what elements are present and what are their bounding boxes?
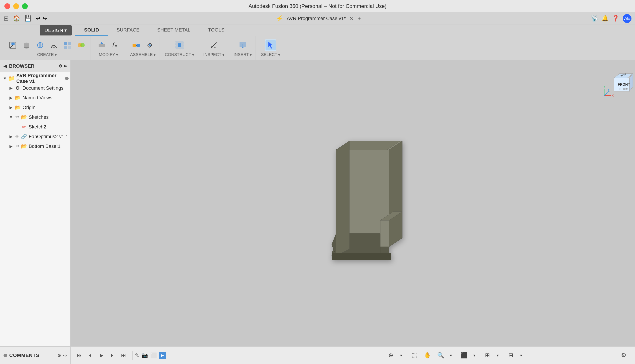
bottom-view-controls: ⊕ ▾ ⬚ ✋ 🔍 ▾ ⬛ ▾ ⊞ ▾ ⊟ ▾ ⚙ bbox=[379, 350, 635, 360]
zoom-icon[interactable]: 🔍 bbox=[436, 350, 446, 360]
close-button[interactable] bbox=[5, 3, 10, 9]
settings-button[interactable]: ⚙ bbox=[619, 350, 628, 360]
root-label: AVR Programmer Case v1 bbox=[16, 73, 64, 84]
tree-item-doc-settings[interactable]: ▶ ⚙ Document Settings bbox=[0, 83, 70, 93]
joint-icon[interactable] bbox=[144, 40, 155, 51]
pan-icon[interactable]: ✋ bbox=[423, 350, 432, 360]
maximize-button[interactable] bbox=[22, 3, 28, 9]
home-icon[interactable]: 🏠 bbox=[13, 15, 20, 22]
sketch-icon[interactable] bbox=[7, 40, 19, 51]
timeline-area[interactable]: ✎ 📷 ⬜ ▶ bbox=[133, 346, 379, 364]
bottom-toolbar: COMMENTS ⚙ ⇔ ⏮ ⏴ ▶ ⏵ ⏭ ✎ 📷 ⬜ ▶ ⊕ ▾ ⬚ ✋ 🔍… bbox=[0, 346, 635, 364]
sketches-eye[interactable]: 👁 bbox=[14, 114, 20, 120]
grid-dropdown[interactable]: ▾ bbox=[493, 350, 502, 360]
modify-label[interactable]: MODIFY ▾ bbox=[99, 52, 118, 57]
edit-history-icon[interactable]: ✎ bbox=[135, 352, 139, 358]
tree-arrow-named-views[interactable]: ▶ bbox=[8, 95, 14, 101]
modify-group: fx MODIFY ▾ bbox=[92, 36, 125, 60]
broadcast-icon[interactable]: 📡 bbox=[591, 15, 598, 22]
comments-settings-btn[interactable]: ⚙ bbox=[57, 353, 61, 358]
spark-icon: ⚡ bbox=[276, 15, 283, 22]
snap-icon[interactable]: ⊕ bbox=[386, 350, 396, 360]
design-menu[interactable]: DESIGN ▾ bbox=[40, 25, 72, 36]
pattern-icon[interactable] bbox=[62, 40, 73, 51]
redo-button[interactable]: ↪ bbox=[43, 16, 47, 22]
create-label[interactable]: CREATE ▾ bbox=[37, 52, 57, 57]
bottom-eye[interactable]: 👁 bbox=[14, 143, 20, 150]
tab-surface[interactable]: SURFACE bbox=[108, 25, 148, 36]
browser-collapse-btn[interactable]: ◀ bbox=[4, 64, 7, 69]
user-avatar[interactable]: AE bbox=[623, 14, 631, 23]
combine-icon[interactable] bbox=[75, 40, 87, 51]
capture-icon[interactable]: ⬚ bbox=[409, 350, 419, 360]
tree-item-bottom-base[interactable]: ▶ 👁 📂 Bottom Base:1 bbox=[0, 142, 70, 151]
assemble-group: ASSEMBLE ▾ bbox=[127, 36, 159, 60]
snap-dropdown[interactable]: ▾ bbox=[396, 350, 406, 360]
tree-item-sketches[interactable]: ▼ 👁 📂 Sketches bbox=[0, 112, 70, 122]
viewport[interactable]: Y X Z FRONT TOP BOTTOM bbox=[71, 60, 635, 346]
select-icon[interactable] bbox=[265, 40, 276, 51]
grid-group: ⊞ ▾ bbox=[483, 350, 502, 360]
tab-tools[interactable]: TOOLS bbox=[199, 25, 233, 36]
close-tab-icon[interactable]: ✕ bbox=[349, 16, 353, 21]
tree-arrow-fab[interactable]: ▶ bbox=[8, 134, 14, 140]
svg-text:↔: ↔ bbox=[213, 46, 217, 49]
nav-cube[interactable]: Y X Z FRONT TOP BOTTOM bbox=[602, 67, 628, 94]
skip-back-button[interactable]: ⏮ bbox=[75, 351, 84, 360]
display-icon[interactable]: ⬛ bbox=[459, 350, 469, 360]
tree-arrow-sketches[interactable]: ▼ bbox=[8, 114, 14, 120]
tree-arrow-root[interactable]: ▼ bbox=[2, 75, 8, 82]
tree-arrow-origin[interactable]: ▶ bbox=[8, 104, 14, 110]
tree-item-origin[interactable]: ▶ 📂 Origin bbox=[0, 103, 70, 112]
press-pull-icon[interactable] bbox=[96, 40, 107, 51]
undo-button[interactable]: ↩ bbox=[36, 16, 40, 22]
zoom-dropdown[interactable]: ▾ bbox=[446, 350, 456, 360]
save-icon[interactable]: 💾 bbox=[25, 15, 32, 22]
step-forward-button[interactable]: ⏵ bbox=[108, 351, 117, 360]
notification-icon[interactable]: 🔔 bbox=[601, 15, 608, 22]
component-history-icon[interactable]: ⬜ bbox=[150, 352, 157, 358]
camera-history-icon[interactable]: 📷 bbox=[141, 352, 148, 358]
history-marker-active[interactable]: ▶ bbox=[159, 352, 166, 359]
measure-icon[interactable]: ↔ bbox=[208, 40, 220, 51]
step-back-button[interactable]: ⏴ bbox=[86, 351, 95, 360]
tree-item-root[interactable]: ▼ 📁 AVR Programmer Case v1 bbox=[0, 74, 70, 83]
revolve-icon[interactable] bbox=[35, 40, 46, 51]
construct-icon[interactable] bbox=[174, 40, 185, 51]
tree-arrow-doc[interactable]: ▶ bbox=[8, 85, 14, 91]
construct-label[interactable]: CONSTRUCT ▾ bbox=[165, 52, 194, 57]
toolbar-icons-row: CREATE ▾ fx MODIFY ▾ ASSE bbox=[0, 36, 635, 60]
tree-item-sketch2[interactable]: ✏ Sketch2 bbox=[0, 122, 70, 132]
grid-icon[interactable]: ⊞ bbox=[483, 350, 492, 360]
insert-icon[interactable] bbox=[237, 40, 249, 51]
new-tab-button[interactable]: ＋ bbox=[357, 15, 362, 22]
extrude-icon[interactable] bbox=[21, 40, 32, 51]
display-dropdown[interactable]: ▾ bbox=[469, 350, 479, 360]
fab-eye[interactable]: 👁 bbox=[14, 134, 20, 140]
skip-forward-button[interactable]: ⏭ bbox=[119, 351, 128, 360]
3d-model bbox=[319, 136, 433, 270]
assemble-icon[interactable] bbox=[130, 40, 142, 51]
view-icon[interactable]: ⊟ bbox=[506, 350, 516, 360]
tree-item-named-views[interactable]: ▶ 📂 Named Views bbox=[0, 93, 70, 103]
minimize-button[interactable] bbox=[13, 3, 19, 9]
inspect-label[interactable]: INSPECT ▾ bbox=[203, 52, 224, 57]
help-icon[interactable]: ❓ bbox=[612, 15, 619, 22]
app-grid-icon[interactable]: ⊞ bbox=[4, 15, 9, 22]
browser-settings-btn[interactable]: ⚙ bbox=[59, 64, 62, 68]
comments-resize-btn[interactable]: ⇔ bbox=[63, 353, 67, 358]
play-button[interactable]: ▶ bbox=[97, 351, 106, 360]
browser-resize-btn[interactable]: ⇔ bbox=[64, 64, 67, 68]
select-label[interactable]: SELECT ▾ bbox=[261, 52, 280, 57]
sweep-icon[interactable] bbox=[48, 40, 60, 51]
formula-icon[interactable]: fx bbox=[110, 40, 121, 51]
view-dropdown[interactable]: ▾ bbox=[516, 350, 526, 360]
insert-label[interactable]: INSERT ▾ bbox=[234, 52, 252, 57]
origin-folder-icon: 📂 bbox=[14, 104, 21, 111]
tab-sheet-metal[interactable]: SHEET METAL bbox=[148, 25, 199, 36]
assemble-label[interactable]: ASSEMBLE ▾ bbox=[130, 52, 156, 57]
tree-arrow-bottom[interactable]: ▶ bbox=[8, 143, 14, 150]
tree-item-faboptimus[interactable]: ▶ 👁 🔗 FabOptimus2 v1:1 bbox=[0, 132, 70, 142]
tab-solid[interactable]: SOLID bbox=[75, 25, 108, 36]
construct-group: CONSTRUCT ▾ bbox=[161, 36, 198, 60]
